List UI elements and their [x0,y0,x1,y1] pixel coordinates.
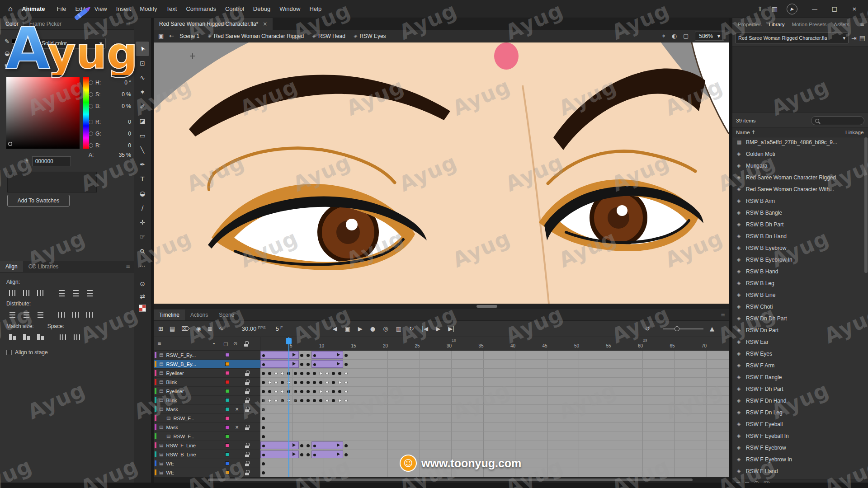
insert-frame-icon[interactable]: ⊞ [158,325,163,332]
keyframe-dot[interactable] [274,372,278,375]
layer-row[interactable]: ▤RSW_F... [154,432,260,441]
tab-motion-presets[interactable]: Motion Presets [788,19,830,30]
layer-name[interactable]: WE [166,461,174,466]
rectangle-tool[interactable]: ▭ [136,128,149,143]
camera-icon[interactable]: ◉ [196,325,201,332]
layer-row[interactable]: ▤WE [154,459,260,468]
app-home-icon[interactable]: ⌂ [4,5,17,13]
keyframe-dot[interactable] [300,453,303,456]
keyframe-dot[interactable] [313,399,316,402]
eyedropper-tool[interactable]: ∕ [136,201,149,215]
keyframe-dot[interactable] [274,399,278,402]
layer-lock-icon[interactable] [245,389,249,394]
keyframe-dot[interactable] [294,381,297,384]
brush-tool[interactable]: ✐ [136,99,149,114]
library-item[interactable]: ◈RSW F Eyebrow [732,442,868,454]
onion-skin-outlines-icon[interactable]: ◎ [383,325,388,332]
layer-name[interactable]: RSW_F... [173,434,194,439]
align-top-button[interactable] [56,288,67,298]
keyframe-dot[interactable] [262,390,265,393]
layer-name[interactable]: RSW_F_Line [166,443,195,448]
layer-row[interactable]: ▤RSW_B_Line [154,450,260,459]
menu-control[interactable]: Control [221,3,249,14]
fps-value[interactable]: 30.00 [242,325,257,332]
library-item[interactable]: ◈Red Saree Woman Character With... [732,183,868,195]
layer-name[interactable]: Mask [166,407,178,412]
keyframe-dot[interactable] [281,399,284,402]
eraser-tool[interactable]: ◪ [136,114,149,128]
layer-lock-icon[interactable] [245,380,249,385]
library-item[interactable]: ◈RSW B Dh Part [732,219,868,230]
onion-skin-icon[interactable]: ● [370,325,375,332]
reset-timeline-zoom-icon[interactable]: ↺ [645,325,650,332]
keyframe-dot[interactable] [307,354,310,357]
library-item[interactable]: ◈RSW F Eyeball In [732,430,868,442]
keyframe-dot[interactable] [307,372,310,375]
center-playhead-icon[interactable]: ▣ [345,325,350,332]
back-icon[interactable]: ← [169,33,174,39]
keyframe-dot[interactable] [262,426,265,429]
keyframe-dot[interactable] [313,390,316,393]
keyframe-dot[interactable] [338,390,341,393]
keyframe-dot[interactable] [332,390,335,393]
keyframe-dot[interactable] [268,390,271,393]
distribute-right-button[interactable] [84,310,95,319]
menu-insert[interactable]: Insert [112,3,136,14]
library-item[interactable]: ◈Golden Moti [732,148,868,160]
color-field-value[interactable]: 0 % [122,91,131,98]
library-item[interactable]: ◈RSW Dn Part [732,324,868,336]
keyframe-dot[interactable] [307,363,310,366]
keyframe-dot[interactable] [319,372,322,375]
keyframe-dot[interactable] [338,372,341,375]
outline-column-icon[interactable]: ▢ [223,341,228,347]
keyframe-dot[interactable] [307,399,310,402]
clip-view-icon[interactable]: ▢ [683,33,689,39]
layer-name[interactable]: Eyeliser [166,371,184,376]
keyframe-dot[interactable] [338,399,341,402]
keyframe-dot[interactable] [344,390,348,393]
tab-align[interactable]: Align [0,261,23,272]
layer-frames-row[interactable] [260,378,729,387]
keyframe-dot[interactable] [326,381,329,384]
layer-outline-color[interactable] [225,371,229,375]
swap-symbol-button[interactable]: ⇄ [136,292,149,301]
layer-frames-row[interactable] [260,423,729,432]
align-center-horizontal-button[interactable] [20,288,32,298]
tween-span[interactable] [260,450,299,458]
keyframe-dot[interactable] [262,435,265,438]
go-to-last-frame-icon[interactable]: ▶| [448,325,454,332]
library-item[interactable]: ◈RSW Ear [732,336,868,348]
keyframe-dot[interactable] [344,453,348,456]
keyframe-dot[interactable] [344,444,348,447]
library-item[interactable]: ◈RSW F Eyebrow In [732,454,868,465]
layer-outline-color[interactable] [225,362,229,366]
layer-lock-icon[interactable] [245,425,249,430]
layer-frames-row[interactable] [260,396,729,405]
menu-view[interactable]: View [90,3,112,14]
align-bottom-button[interactable] [84,288,95,298]
keyframe-dot[interactable] [300,372,303,375]
menu-file[interactable]: File [52,3,71,14]
keyframe-dot[interactable] [268,381,271,384]
keyframe-dot[interactable] [319,399,322,402]
layer-outline-color[interactable] [225,470,229,474]
space-vertically-button[interactable] [57,332,69,342]
menu-edit[interactable]: Edit [71,3,90,14]
tab-frame-picker[interactable]: Frame Picker [24,19,67,29]
layer-frames-row[interactable] [260,459,729,468]
paint-bucket-tool[interactable]: ◒ [136,186,149,201]
layer-lock-icon[interactable] [245,398,249,403]
workspace-icon[interactable]: ▥ [772,5,778,13]
close-tab-icon[interactable]: × [263,21,267,27]
highlight-column-icon[interactable]: • [212,341,216,347]
keyframe-dot[interactable] [281,381,284,384]
library-item[interactable]: ◈RSW F Dh Part [732,383,868,395]
library-item[interactable]: ◈Red Saree Woman Character Rigged [732,172,868,183]
delete-icon[interactable]: ⌦ [181,325,189,332]
tab-cc-libraries[interactable]: CC Libraries [23,261,64,272]
keyframe-dot[interactable] [326,372,329,375]
menu-debug[interactable]: Debug [249,3,275,14]
menu-animate[interactable]: Animate [17,3,49,14]
breadcrumb-item[interactable]: ◈RSW Eyes [354,33,386,39]
slider-knob[interactable] [675,326,679,331]
